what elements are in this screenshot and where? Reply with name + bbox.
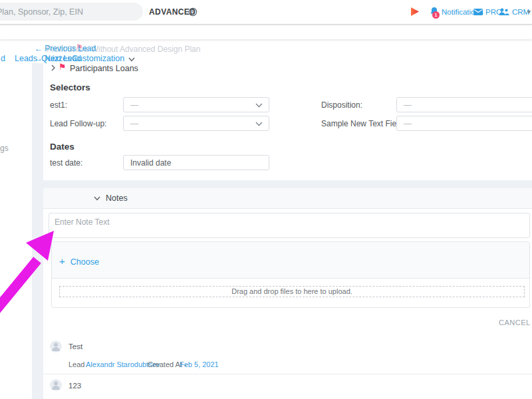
people-icon[interactable] [499, 8, 509, 15]
choose-file-button[interactable]: +Choose [59, 255, 99, 267]
dates-heading: Dates [50, 142, 74, 152]
flag-icon: ⚑ [59, 62, 66, 72]
modal-backdrop-gutter [32, 63, 43, 399]
person-icon [51, 380, 61, 390]
chevron-down-icon[interactable]: ▾ [527, 8, 531, 15]
sample-new-text-field-input[interactable]: — [396, 116, 532, 131]
notes-section-toggle[interactable]: Notes [43, 188, 532, 209]
notifications-badge: 1 [432, 11, 440, 19]
test-date-input[interactable]: Invalid date [123, 155, 269, 170]
app-screen: Profit Share Without Advanced Design Pla… [0, 0, 532, 399]
previous-lead-link[interactable]: ← Previous Lead [35, 44, 96, 53]
mail-icon[interactable] [473, 9, 483, 15]
avatar [50, 340, 62, 352]
nav-item-leads[interactable]: Leads [15, 54, 37, 63]
nav-item-customization[interactable]: Customization [72, 54, 124, 63]
background-sidebar-fragment: gs [0, 144, 9, 153]
test-date-value: Invalid date [130, 158, 171, 168]
note-text-input[interactable] [49, 213, 530, 238]
play-icon[interactable] [410, 7, 420, 17]
sample-new-text-field-value: — [404, 119, 412, 128]
top-bar: ADVANCED 1 Notifications PRO CRM ▾ [0, 0, 532, 25]
participants-loans-section-toggle[interactable]: Participants Loans [70, 64, 138, 73]
disposition-select[interactable]: — [396, 97, 532, 112]
choose-file-label: Choose [70, 257, 99, 267]
plus-icon: + [59, 255, 65, 267]
nav-item-fragment[interactable]: d [1, 54, 5, 63]
disposition-label: Disposition: [321, 100, 362, 110]
est1-select-value: — [130, 100, 138, 110]
note-item-text: Test [68, 342, 82, 350]
clock-icon[interactable] [188, 7, 198, 17]
test-date-label: test date: [50, 158, 82, 168]
note-created-date-link[interactable]: Feb 5, 2021 [180, 360, 219, 368]
panel-gap [43, 180, 532, 188]
selectors-heading: Selectors [50, 82, 90, 92]
chevron-down-icon [94, 196, 100, 201]
drag-drop-zone[interactable]: Drag and drop files to here to upload. [59, 286, 525, 297]
chevron-down-icon [255, 122, 263, 126]
arrow-left-icon: ← [35, 44, 43, 53]
disposition-select-value: — [404, 100, 412, 110]
lead-follow-up-select-value: — [130, 119, 138, 128]
chevron-right-icon[interactable] [51, 65, 56, 71]
main-nav: d Leads Quizzes Customization [0, 25, 532, 39]
chevron-down-icon [128, 57, 135, 62]
lead-follow-up-label: Lead Follow-up: [50, 119, 106, 128]
avatar [50, 379, 62, 391]
file-upload-widget: +Choose Drag and drop files to here to u… [51, 241, 530, 308]
nav-item-quizzes[interactable]: Quizzes [41, 54, 71, 63]
lead-follow-up-select[interactable]: — [123, 116, 269, 131]
note-item-text: 123 [68, 382, 81, 390]
previous-lead-label: Previous Lead [45, 44, 96, 53]
sample-new-text-field-label: Sample New Text Field: [321, 119, 405, 128]
cancel-button[interactable]: CANCEL [499, 319, 531, 327]
file-upload-toolbar: +Choose [52, 242, 529, 279]
chevron-down-icon [255, 103, 263, 108]
est1-select[interactable]: — [123, 97, 269, 112]
note-divider [43, 374, 532, 374]
search-input[interactable] [0, 3, 143, 21]
est1-label: est1: [50, 100, 67, 110]
notes-heading: Notes [106, 194, 128, 203]
person-icon [51, 342, 61, 351]
